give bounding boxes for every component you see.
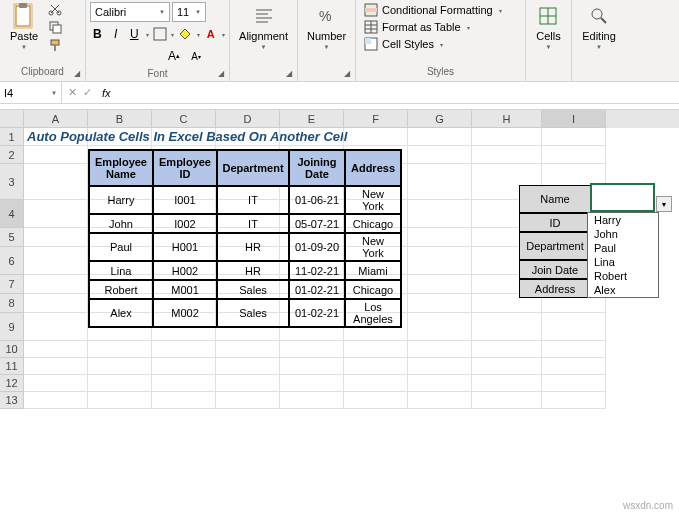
cell[interactable] xyxy=(542,375,606,392)
cell[interactable] xyxy=(24,375,88,392)
row-header[interactable]: 7 xyxy=(0,275,24,294)
cell[interactable] xyxy=(24,200,88,228)
table-cell[interactable]: I001 xyxy=(153,186,217,214)
cell[interactable] xyxy=(472,146,542,164)
table-cell[interactable]: New York xyxy=(345,233,401,261)
cell[interactable] xyxy=(472,313,542,341)
table-cell[interactable]: I002 xyxy=(153,214,217,233)
cell[interactable] xyxy=(88,392,152,409)
table-cell[interactable]: 11-02-21 xyxy=(289,261,345,280)
cell[interactable] xyxy=(216,358,280,375)
table-cell[interactable]: H001 xyxy=(153,233,217,261)
row-header[interactable]: 13 xyxy=(0,392,24,409)
cell[interactable] xyxy=(472,358,542,375)
table-cell[interactable]: Los Angeles xyxy=(345,299,401,327)
cell[interactable] xyxy=(542,313,606,341)
dropdown-option[interactable]: Robert xyxy=(588,269,658,283)
validation-dropdown[interactable]: HarryJohnPaulLinaRobertAlex xyxy=(587,212,659,298)
fill-color-button[interactable] xyxy=(178,24,193,44)
cell[interactable] xyxy=(542,358,606,375)
cell[interactable] xyxy=(88,341,152,358)
name-box[interactable]: I4▼ xyxy=(0,82,62,103)
cell[interactable] xyxy=(344,341,408,358)
cell[interactable] xyxy=(152,392,216,409)
alignment-button[interactable]: Alignment ▼ xyxy=(233,2,294,52)
cell[interactable] xyxy=(408,128,472,146)
cell[interactable] xyxy=(152,375,216,392)
cell[interactable] xyxy=(88,375,152,392)
fx-icon[interactable]: fx xyxy=(98,87,115,99)
row-header[interactable]: 5 xyxy=(0,228,24,247)
table-cell[interactable]: HR xyxy=(217,233,289,261)
column-header[interactable]: H xyxy=(472,110,542,128)
copy-icon[interactable] xyxy=(48,20,64,36)
cell[interactable] xyxy=(408,275,472,294)
cell[interactable] xyxy=(280,128,344,146)
cell[interactable] xyxy=(24,247,88,275)
cell[interactable] xyxy=(152,128,216,146)
column-header[interactable]: B xyxy=(88,110,152,128)
cell[interactable] xyxy=(24,228,88,247)
dropdown-option[interactable]: Alex xyxy=(588,283,658,297)
paste-button[interactable]: Paste ▼ xyxy=(4,2,44,52)
italic-button[interactable]: I xyxy=(109,24,124,44)
row-header[interactable]: 10 xyxy=(0,341,24,358)
cell[interactable] xyxy=(24,358,88,375)
enter-icon[interactable]: ✓ xyxy=(83,86,92,99)
cell[interactable] xyxy=(408,228,472,247)
number-button[interactable]: % Number ▼ xyxy=(301,2,352,52)
cell[interactable] xyxy=(280,375,344,392)
dialog-launcher-icon[interactable]: ◢ xyxy=(341,67,353,79)
cell[interactable] xyxy=(24,313,88,341)
dropdown-option[interactable]: Harry xyxy=(588,213,658,227)
table-cell[interactable]: Chicago xyxy=(345,280,401,299)
row-header[interactable]: 9 xyxy=(0,313,24,341)
formula-input[interactable] xyxy=(115,82,679,103)
cell[interactable] xyxy=(542,341,606,358)
cell[interactable] xyxy=(216,375,280,392)
dropdown-option[interactable]: Paul xyxy=(588,241,658,255)
table-cell[interactable]: Sales xyxy=(217,280,289,299)
column-header[interactable]: D xyxy=(216,110,280,128)
cell[interactable] xyxy=(24,294,88,313)
cell[interactable] xyxy=(88,128,152,146)
column-header[interactable]: E xyxy=(280,110,344,128)
cell[interactable] xyxy=(344,392,408,409)
table-cell[interactable]: Sales xyxy=(217,299,289,327)
cell[interactable]: Auto Populate Cells In Excel Based On An… xyxy=(24,128,88,146)
row-header[interactable]: 4 xyxy=(0,200,24,228)
dialog-launcher-icon[interactable]: ◢ xyxy=(71,67,83,79)
cell[interactable] xyxy=(24,146,88,164)
editing-button[interactable]: Editing ▼ xyxy=(576,2,622,52)
cell[interactable] xyxy=(408,146,472,164)
cell[interactable] xyxy=(344,375,408,392)
cell[interactable] xyxy=(472,392,542,409)
table-cell[interactable]: Miami xyxy=(345,261,401,280)
cell[interactable] xyxy=(24,164,88,200)
border-button[interactable] xyxy=(153,24,168,44)
worksheet-grid[interactable]: ABCDEFGHI 1Auto Populate Cells In Excel … xyxy=(0,110,679,409)
cell[interactable] xyxy=(280,341,344,358)
dialog-launcher-icon[interactable]: ◢ xyxy=(283,67,295,79)
lookup-value[interactable] xyxy=(591,185,655,213)
table-cell[interactable]: Lina xyxy=(89,261,153,280)
column-header[interactable]: G xyxy=(408,110,472,128)
table-cell[interactable]: 01-02-21 xyxy=(289,280,345,299)
cell[interactable] xyxy=(408,200,472,228)
cell[interactable] xyxy=(216,341,280,358)
cell[interactable] xyxy=(542,128,606,146)
cell[interactable] xyxy=(152,341,216,358)
cell[interactable] xyxy=(24,275,88,294)
row-header[interactable]: 11 xyxy=(0,358,24,375)
dropdown-option[interactable]: John xyxy=(588,227,658,241)
table-cell[interactable]: HR xyxy=(217,261,289,280)
cell[interactable] xyxy=(472,341,542,358)
cell[interactable] xyxy=(24,392,88,409)
column-header[interactable]: C xyxy=(152,110,216,128)
cell[interactable] xyxy=(408,164,472,200)
table-cell[interactable]: IT xyxy=(217,214,289,233)
cell[interactable] xyxy=(280,392,344,409)
cell[interactable] xyxy=(408,375,472,392)
table-cell[interactable]: M001 xyxy=(153,280,217,299)
cell[interactable] xyxy=(408,358,472,375)
